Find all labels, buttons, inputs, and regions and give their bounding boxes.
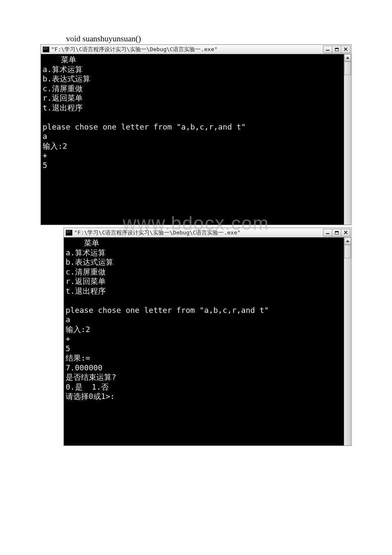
titlebar: "F:\学习\C语言程序设计实习\实验一\Debug\C语言实验一.exe" ✕ <box>41 45 351 54</box>
scroll-track[interactable] <box>344 245 351 445</box>
titlebar: "F:\学习\C语言程序设计实习\实验一\Debug\C语言实验一.exe" ✕ <box>64 228 351 237</box>
console-window-1: "F:\学习\C语言程序设计实习\实验一\Debug\C语言实验一.exe" ✕… <box>40 44 352 225</box>
scroll-up-button[interactable] <box>344 54 351 61</box>
scrollbar[interactable] <box>344 237 351 445</box>
code-heading: void suanshuyunsuan() <box>66 34 352 44</box>
window-buttons: ✕ <box>323 229 350 237</box>
close-button[interactable]: ✕ <box>341 229 350 237</box>
scroll-thumb[interactable] <box>344 61 351 75</box>
cmd-icon <box>43 46 49 52</box>
scroll-track[interactable] <box>344 61 351 225</box>
scroll-up-button[interactable] <box>344 237 351 245</box>
cmd-icon <box>66 230 72 236</box>
console-window-2: "F:\学习\C语言程序设计实习\实验一\Debug\C语言实验一.exe" ✕… <box>63 228 352 446</box>
terminal-output: 菜单 a.算术运算 b.表达式运算 c.清屏重做 r.返回菜单 t.退出程序 p… <box>41 54 344 225</box>
window-title: "F:\学习\C语言程序设计实习\实验一\Debug\C语言实验一.exe" <box>74 229 241 237</box>
minimize-button[interactable] <box>323 46 332 53</box>
maximize-button[interactable] <box>332 46 341 53</box>
window-buttons: ✕ <box>323 46 350 53</box>
scrollbar[interactable] <box>344 54 351 225</box>
window-title: "F:\学习\C语言程序设计实习\实验一\Debug\C语言实验一.exe" <box>51 46 218 53</box>
maximize-button[interactable] <box>332 229 341 237</box>
minimize-button[interactable] <box>323 229 332 237</box>
terminal-output: 菜单 a.算术运算 b.表达式运算 c.清屏重做 r.返回菜单 t.退出程序 p… <box>64 237 344 445</box>
scroll-thumb[interactable] <box>344 245 351 258</box>
close-button[interactable]: ✕ <box>341 46 350 53</box>
